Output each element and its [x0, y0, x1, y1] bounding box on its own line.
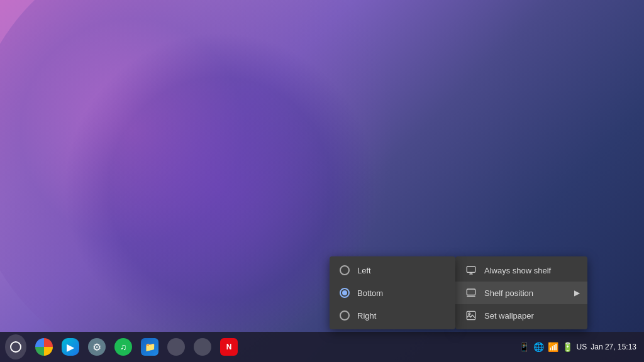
always-show-shelf-label: Always show shelf [484, 266, 551, 275]
svg-rect-0 [467, 266, 475, 272]
netflix-icon: N [220, 338, 238, 356]
radio-left [340, 265, 350, 275]
system-tray[interactable]: 📱 🌐 📶 🔋 US Jan 27, 15:13 [519, 342, 639, 352]
context-menu: Always show shelf Shelf position ▶ Set w… [455, 256, 587, 329]
files-icon: 📁 [141, 338, 158, 356]
bottom-label: Bottom [357, 288, 383, 298]
submenu-item-left[interactable]: Left [330, 259, 455, 282]
launcher-button[interactable] [5, 334, 30, 359]
spotify-app[interactable]: ♫ [111, 334, 136, 359]
shelf: ▶ ⚙ ♫ 📁 N [0, 332, 644, 362]
files-app[interactable]: 📁 [137, 334, 162, 359]
desktop: Always show shelf Shelf position ▶ Set w… [0, 0, 644, 362]
svg-point-6 [469, 313, 470, 315]
play-store-app[interactable]: ▶ [58, 334, 83, 359]
shelf-apps: ▶ ⚙ ♫ 📁 N [5, 334, 519, 359]
netflix-app[interactable]: N [216, 334, 242, 359]
menu-item-always-show-shelf[interactable]: Always show shelf [455, 259, 587, 282]
spotify-icon: ♫ [114, 338, 132, 356]
set-wallpaper-label: Set wallpaper [484, 311, 534, 321]
app-extra-2[interactable] [190, 334, 215, 359]
extra-icon-2 [194, 338, 211, 356]
phone-icon: 📱 [519, 342, 530, 352]
right-label: Right [357, 311, 376, 321]
wifi-icon: 📶 [548, 342, 558, 352]
menu-item-shelf-position[interactable]: Shelf position ▶ [455, 282, 587, 304]
shelf-position-label: Shelf position [484, 288, 533, 298]
shelf-position-submenu: Left Bottom Right [330, 256, 455, 329]
launcher-icon [5, 334, 26, 359]
settings-app[interactable]: ⚙ [84, 334, 109, 359]
menu-item-set-wallpaper[interactable]: Set wallpaper [455, 304, 587, 327]
radio-bottom [340, 288, 350, 298]
network-icon: 🌐 [533, 342, 544, 352]
submenu-item-right[interactable]: Right [330, 304, 455, 327]
play-store-icon: ▶ [62, 338, 79, 356]
chrome-icon [35, 338, 53, 356]
battery-icon: 🔋 [562, 342, 573, 352]
submenu-item-bottom[interactable]: Bottom [330, 282, 455, 304]
svg-rect-3 [467, 289, 475, 295]
chrome-app[interactable] [31, 334, 57, 359]
settings-icon: ⚙ [88, 338, 106, 356]
svg-rect-5 [467, 311, 475, 319]
wallpaper-icon [465, 310, 477, 321]
datetime-label[interactable]: Jan 27, 15:13 [591, 343, 636, 351]
locale-label: US [577, 343, 587, 351]
left-label: Left [357, 266, 371, 275]
monitor-icon [465, 265, 477, 276]
extra-icon-1 [167, 338, 185, 356]
shelf-position-icon [465, 287, 477, 299]
submenu-arrow-icon: ▶ [574, 288, 580, 297]
app-extra-1[interactable] [164, 334, 189, 359]
radio-right [340, 310, 350, 321]
